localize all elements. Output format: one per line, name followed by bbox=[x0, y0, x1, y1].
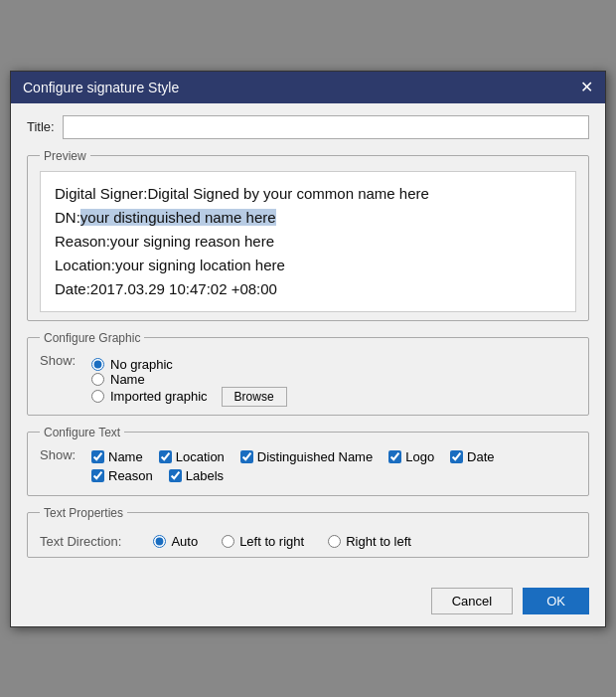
cancel-button[interactable]: Cancel bbox=[431, 588, 513, 614]
label-td-ltr: Left to right bbox=[239, 534, 304, 549]
cb-labels[interactable] bbox=[169, 469, 182, 482]
title-input[interactable] bbox=[63, 115, 589, 139]
label-imported-graphic: Imported graphic bbox=[110, 389, 208, 404]
label-td-rtl: Right to left bbox=[346, 534, 411, 549]
configure-graphic-legend: Configure Graphic bbox=[40, 331, 144, 345]
cb-reason-label: Reason bbox=[108, 468, 153, 483]
cb-dn-item: Distinguished Name bbox=[240, 449, 373, 464]
preview-line2: DN:your distinguished name here bbox=[55, 206, 561, 230]
configure-text-section: Configure Text Show: Name Location Disti… bbox=[27, 426, 589, 496]
radio-name-graphic[interactable] bbox=[91, 373, 104, 386]
cb-dn[interactable] bbox=[240, 450, 253, 463]
text-show-label: Show: bbox=[40, 447, 81, 462]
preview-section: Preview Digital Signer:Digital Signed by… bbox=[27, 149, 589, 321]
graphic-show-label: Show: bbox=[40, 353, 81, 368]
cb-location-item: Location bbox=[159, 449, 225, 464]
td-auto-item: Auto bbox=[153, 534, 198, 549]
title-label: Title: bbox=[27, 119, 55, 134]
cb-labels-label: Labels bbox=[186, 468, 224, 483]
button-row: Cancel OK bbox=[11, 580, 605, 626]
cb-name-label: Name bbox=[108, 449, 143, 464]
preview-box: Digital Signer:Digital Signed by your co… bbox=[40, 171, 576, 312]
td-rtl-item: Right to left bbox=[328, 534, 411, 549]
graphic-options: No graphic Name Imported graphic Browse bbox=[91, 357, 287, 407]
graphic-option-no-graphic: No graphic bbox=[91, 357, 287, 372]
cb-date-label: Date bbox=[467, 449, 494, 464]
cb-reason-item: Reason bbox=[91, 468, 153, 483]
radio-td-ltr[interactable] bbox=[222, 535, 234, 548]
ok-button[interactable]: OK bbox=[523, 588, 589, 614]
radio-imported-graphic[interactable] bbox=[91, 390, 104, 403]
cb-location[interactable] bbox=[159, 450, 172, 463]
text-properties-section: Text Properties Text Direction: Auto Lef… bbox=[27, 506, 589, 558]
cb-logo-label: Logo bbox=[405, 449, 434, 464]
title-row: Title: bbox=[27, 115, 589, 139]
graphic-option-name: Name bbox=[91, 372, 287, 387]
text-direction-row: Text Direction: Auto Left to right Right… bbox=[40, 534, 576, 549]
radio-td-rtl[interactable] bbox=[328, 535, 341, 548]
preview-line5: Date:2017.03.29 10:47:02 +08:00 bbox=[55, 277, 561, 301]
dialog-body: Title: Preview Digital Signer:Digital Si… bbox=[11, 103, 605, 580]
cb-location-label: Location bbox=[176, 449, 225, 464]
cb-name[interactable] bbox=[91, 450, 104, 463]
configure-signature-dialog: Configure signature Style ✕ Title: Previ… bbox=[10, 71, 606, 627]
cb-logo-item: Logo bbox=[388, 449, 434, 464]
cb-reason[interactable] bbox=[91, 469, 104, 482]
cb-name-item: Name bbox=[91, 449, 143, 464]
graphic-show-row: Show: No graphic Name Imported graphic B… bbox=[40, 353, 576, 407]
preview-dn-prefix: DN: bbox=[55, 209, 80, 226]
text-properties-legend: Text Properties bbox=[40, 506, 127, 520]
title-bar: Configure signature Style ✕ bbox=[11, 72, 605, 103]
cb-date[interactable] bbox=[450, 450, 463, 463]
label-name-graphic: Name bbox=[110, 372, 145, 387]
radio-td-auto[interactable] bbox=[153, 535, 166, 548]
configure-graphic-section: Configure Graphic Show: No graphic Name … bbox=[27, 331, 589, 416]
text-checkboxes: Name Location Distinguished Name Logo bbox=[91, 449, 576, 487]
close-button[interactable]: ✕ bbox=[580, 80, 593, 95]
preview-legend: Preview bbox=[40, 149, 90, 163]
configure-text-legend: Configure Text bbox=[40, 426, 124, 439]
preview-line4: Location:your signing location here bbox=[55, 254, 561, 277]
radio-no-graphic[interactable] bbox=[91, 358, 104, 371]
cb-dn-label: Distinguished Name bbox=[257, 449, 373, 464]
text-direction-label: Text Direction: bbox=[40, 534, 121, 549]
label-no-graphic: No graphic bbox=[110, 357, 173, 372]
preview-line1: Digital Signer:Digital Signed by your co… bbox=[55, 182, 561, 206]
cb-date-item: Date bbox=[450, 449, 494, 464]
graphic-option-imported: Imported graphic Browse bbox=[91, 387, 287, 407]
browse-button[interactable]: Browse bbox=[222, 387, 287, 407]
text-show-row: Show: Name Location Distinguished Name bbox=[40, 447, 576, 487]
td-ltr-item: Left to right bbox=[222, 534, 304, 549]
dialog-title: Configure signature Style bbox=[23, 80, 179, 95]
preview-dn-value: your distinguished name here bbox=[80, 209, 276, 226]
cb-logo[interactable] bbox=[388, 450, 401, 463]
cb-labels-item: Labels bbox=[169, 468, 224, 483]
label-td-auto: Auto bbox=[171, 534, 198, 549]
preview-line3: Reason:your signing reason here bbox=[55, 230, 561, 254]
